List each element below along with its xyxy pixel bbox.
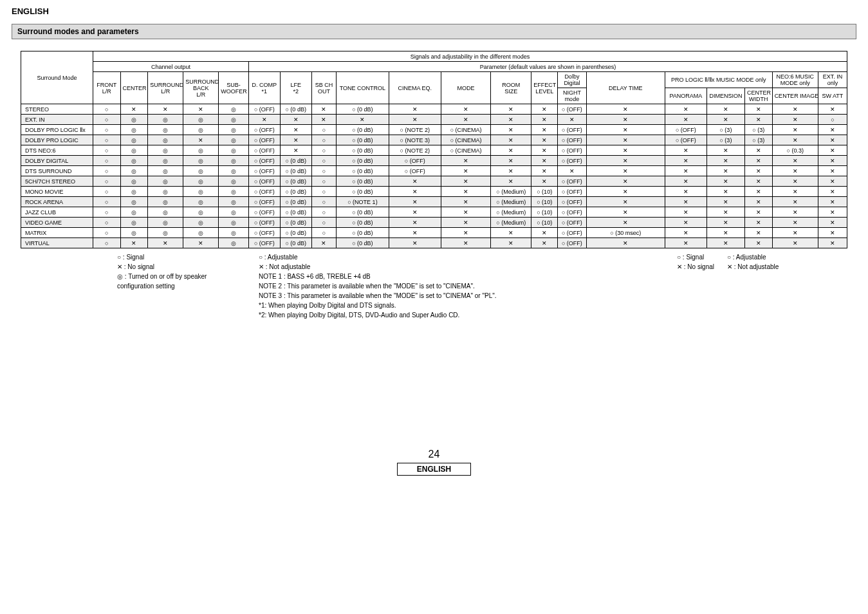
cell: ○ (CINEMA): [441, 145, 490, 156]
cell: ✕: [586, 156, 665, 166]
cell: ✕: [441, 187, 490, 197]
cell: ◎: [219, 238, 249, 248]
cell: ○: [93, 115, 120, 125]
note-1: NOTE 1 : BASS +6 dB, TREBLE +4 dB: [259, 272, 664, 281]
cell: ○ (0 dB): [280, 207, 311, 218]
cell: ○ (NOTE 2): [389, 145, 441, 156]
cell: ✕: [586, 187, 665, 197]
cell: ✕: [491, 228, 531, 238]
cell: ✕: [744, 115, 772, 125]
note-3: NOTE 3 : This parameter is available whe…: [259, 291, 664, 301]
cell: ✕: [706, 207, 744, 218]
row-label: DTS NEO:6: [21, 145, 93, 156]
page-number: 24: [12, 449, 856, 460]
cell: ○ (0.3): [772, 145, 818, 156]
cell: ✕: [706, 238, 744, 248]
cell: ✕: [772, 135, 818, 145]
cell: ✕: [586, 104, 665, 115]
cell: ✕: [441, 156, 490, 166]
row-label: DOLBY PRO LOGIC: [21, 135, 93, 145]
cell: ◎: [148, 166, 183, 176]
cell: ○ (0 dB): [337, 228, 389, 238]
cell: ✕: [586, 166, 665, 176]
cell: ✕: [531, 156, 558, 166]
cell: ◎: [219, 104, 249, 115]
col-surround-back: SURROUND BACK L/R: [183, 72, 219, 104]
cell: ✕: [744, 187, 772, 197]
cell: ✕: [586, 207, 665, 218]
cell: ✕: [491, 125, 531, 135]
cell: ✕: [491, 104, 531, 115]
col-channel-output: Channel output: [93, 62, 248, 72]
cell: ✕: [248, 115, 280, 125]
cell: ◎: [120, 176, 148, 187]
col-front: FRONT L/R: [93, 72, 120, 104]
cell: ○ (OFF): [558, 187, 587, 197]
row-label: ROCK ARENA: [21, 197, 93, 207]
cell: ◎: [219, 135, 249, 145]
legend-no-signal-2: ✕ : No signal: [677, 262, 714, 272]
cell: ○ (NOTE 3): [389, 135, 441, 145]
table-row: DTS NEO:6○◎◎◎◎○ (OFF)✕○○ (0 dB)○ (NOTE 2…: [21, 145, 847, 156]
cell: ○ (OFF): [558, 218, 587, 228]
cell: ○: [93, 145, 120, 156]
cell: ◎: [219, 125, 249, 135]
cell: ◎: [183, 145, 219, 156]
table-row: 5CH/7CH STEREO○◎◎◎◎○ (OFF)○ (0 dB)○○ (0 …: [21, 176, 847, 187]
cell: ✕: [772, 156, 818, 166]
cell: ✕: [389, 176, 441, 187]
cell: ○ (OFF): [665, 135, 706, 145]
legend-signal: ○ : Signal: [117, 252, 259, 262]
cell: ◎: [120, 228, 148, 238]
cell: ◎: [148, 207, 183, 218]
cell: ○ (0 dB): [280, 238, 311, 248]
cell: ✕: [531, 135, 558, 145]
cell: ✕: [531, 115, 558, 125]
cell: ✕: [280, 145, 311, 156]
cell: ○ (OFF): [558, 145, 587, 156]
cell: ✕: [744, 176, 772, 187]
asterisk-1: *1: When playing Dolby Digital and DTS s…: [259, 301, 664, 310]
col-dcomp: D. COMP *1: [248, 72, 280, 104]
cell: ✕: [441, 238, 490, 248]
cell: ◎: [219, 197, 249, 207]
cell: ○: [93, 187, 120, 197]
legend-no-signal: ✕ : No signal: [117, 262, 259, 272]
cell: ✕: [818, 228, 847, 238]
cell: ○ (OFF): [248, 197, 280, 207]
cell: ✕: [491, 166, 531, 176]
col-neo6: NEO:6 MUSIC MODE only: [772, 72, 818, 88]
cell: ✕: [586, 135, 665, 145]
cell: ○: [93, 125, 120, 135]
language-label: ENGLISH: [12, 6, 856, 16]
row-label: DOLBY PRO LOGIC Ⅱx: [21, 125, 93, 135]
col-swatt: SW ATT: [818, 88, 847, 104]
cell: ✕: [491, 135, 531, 145]
cell: ○: [311, 156, 337, 166]
cell: ✕: [531, 104, 558, 115]
footnotes: ○ : Signal ✕ : No signal ◎ : Turned on o…: [21, 252, 847, 320]
cell: ○ (0 dB): [280, 156, 311, 166]
cell: ✕: [311, 104, 337, 115]
cell: ◎: [148, 135, 183, 145]
cell: ✕: [772, 228, 818, 238]
cell: ✕: [183, 104, 219, 115]
cell: ◎: [219, 145, 249, 156]
cell: ○ (0 dB): [337, 218, 389, 228]
row-label: EXT. IN: [21, 115, 93, 125]
cell: ◎: [219, 218, 249, 228]
cell: ○ (OFF): [248, 145, 280, 156]
legend-not-adjustable-2: ✕ : Not adjustable: [727, 262, 779, 272]
cell: ✕: [531, 125, 558, 135]
cell: ✕: [665, 104, 706, 115]
cell: ✕: [744, 104, 772, 115]
cell: ✕: [558, 166, 587, 176]
cell: ◎: [219, 156, 249, 166]
cell: ○: [311, 187, 337, 197]
cell: ✕: [120, 104, 148, 115]
col-night: NIGHT mode: [558, 88, 587, 104]
cell: ◎: [120, 135, 148, 145]
cell: ○ (Medium): [491, 207, 531, 218]
cell: ◎: [148, 115, 183, 125]
cell: ○ (OFF): [558, 135, 587, 145]
